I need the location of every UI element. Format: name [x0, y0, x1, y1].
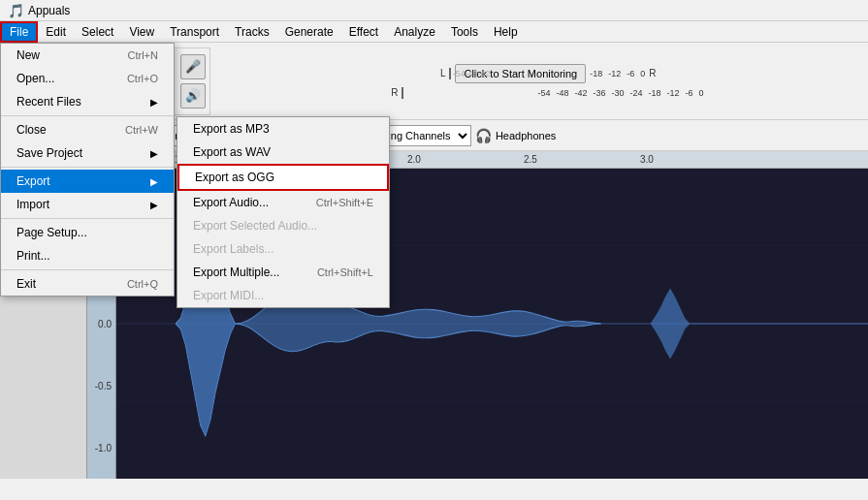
menu-open-label: Open...: [16, 72, 54, 85]
separator-1: [1, 115, 174, 116]
menu-bar: File Edit Select View Transport Tracks G…: [0, 21, 868, 43]
menu-page-setup[interactable]: Page Setup...: [1, 221, 174, 244]
export-ogg[interactable]: Export as OGG: [177, 164, 389, 191]
menu-close-label: Close: [16, 123, 47, 137]
menu-effect[interactable]: Effect: [341, 21, 386, 43]
menu-select[interactable]: Select: [74, 21, 121, 43]
menu-tracks[interactable]: Tracks: [227, 21, 277, 43]
menu-file[interactable]: File: [0, 21, 38, 43]
menu-exit-label: Exit: [16, 277, 36, 291]
menu-view[interactable]: View: [121, 21, 162, 43]
menu-analyze[interactable]: Analyze: [386, 21, 443, 43]
menu-export-arrow: ▶: [150, 176, 158, 187]
export-labels: Export Labels...: [177, 237, 389, 261]
menu-recent-files[interactable]: Recent Files ▶: [1, 90, 174, 113]
menu-print-label: Print...: [16, 249, 50, 263]
menu-tools[interactable]: Tools: [443, 21, 486, 43]
export-midi-label: Export MIDI...: [193, 289, 264, 302]
menu-page-setup-label: Page Setup...: [16, 226, 87, 239]
menu-open-shortcut: Ctrl+O: [127, 73, 158, 84]
menu-edit[interactable]: Edit: [38, 21, 74, 43]
menu-recent-arrow: ▶: [150, 97, 158, 108]
y-label-neg0.5: -0.5: [95, 381, 112, 391]
export-multiple-label: Export Multiple...: [193, 266, 279, 279]
menu-save-project[interactable]: Save Project ▶: [1, 141, 174, 165]
export-mp3-label: Export as MP3: [193, 122, 270, 136]
export-selected-label: Export Selected Audio...: [193, 219, 317, 233]
export-midi: Export MIDI...: [177, 284, 389, 307]
app-title: Appuals: [28, 4, 70, 17]
separator-3: [1, 218, 174, 219]
export-mp3[interactable]: Export as MP3: [177, 117, 389, 141]
export-multiple[interactable]: Export Multiple... Ctrl+Shift+L: [177, 261, 389, 284]
title-bar: 🎵 Appuals: [0, 0, 868, 21]
export-audio[interactable]: Export Audio... Ctrl+Shift+E: [177, 191, 389, 214]
menu-save-arrow: ▶: [150, 148, 158, 159]
menu-export[interactable]: Export ▶: [1, 170, 174, 193]
menu-new[interactable]: New Ctrl+N: [1, 44, 174, 67]
speaker-button[interactable]: 🔊: [180, 83, 206, 109]
export-audio-label: Export Audio...: [193, 196, 269, 209]
menu-print[interactable]: Print...: [1, 244, 174, 267]
menu-exit[interactable]: Exit Ctrl+Q: [1, 272, 174, 296]
menu-open[interactable]: Open... Ctrl+O: [1, 67, 174, 90]
file-menu-overlay: New Ctrl+N Open... Ctrl+O Recent Files ▶…: [0, 43, 175, 297]
y-label-0.0: 0.0: [98, 319, 112, 329]
menu-generate[interactable]: Generate: [277, 21, 341, 43]
menu-save-label: Save Project: [16, 146, 82, 160]
export-audio-shortcut: Ctrl+Shift+E: [316, 197, 373, 208]
separator-4: [1, 269, 174, 270]
menu-export-label: Export: [16, 174, 50, 188]
menu-new-shortcut: Ctrl+N: [128, 49, 158, 61]
app-icon: 🎵: [8, 3, 24, 18]
export-ogg-label: Export as OGG: [195, 171, 274, 184]
menu-transport[interactable]: Transport: [162, 21, 227, 43]
y-label-neg1.0: -1.0: [95, 443, 112, 453]
separator-2: [1, 167, 174, 168]
menu-exit-shortcut: Ctrl+Q: [127, 278, 158, 290]
mic-button[interactable]: 🎤: [180, 54, 206, 79]
monitoring-area: L -54 -48 -42 Click to Start Monitoring …: [218, 64, 864, 99]
menu-import-label: Import: [16, 198, 49, 211]
export-wav-label: Export as WAV: [193, 145, 271, 159]
menu-help[interactable]: Help: [486, 21, 526, 43]
menu-close-shortcut: Ctrl+W: [125, 124, 158, 136]
export-submenu: Export as MP3 Export as WAV Export as OG…: [177, 116, 390, 308]
export-wav[interactable]: Export as WAV: [177, 141, 389, 164]
export-labels-label: Export Labels...: [193, 242, 273, 256]
menu-close[interactable]: Close Ctrl+W: [1, 118, 174, 141]
menu-new-label: New: [16, 48, 40, 62]
menu-import[interactable]: Import ▶: [1, 193, 174, 216]
menu-recent-label: Recent Files: [16, 95, 81, 109]
export-selected-audio: Export Selected Audio...: [177, 214, 389, 237]
headphone-icon: 🎧: [475, 128, 492, 143]
menu-import-arrow: ▶: [150, 200, 158, 210]
file-dropdown-menu: New Ctrl+N Open... Ctrl+O Recent Files ▶…: [0, 43, 175, 297]
export-multiple-shortcut: Ctrl+Shift+L: [317, 266, 373, 278]
headphones-label: Headphones: [496, 130, 556, 141]
